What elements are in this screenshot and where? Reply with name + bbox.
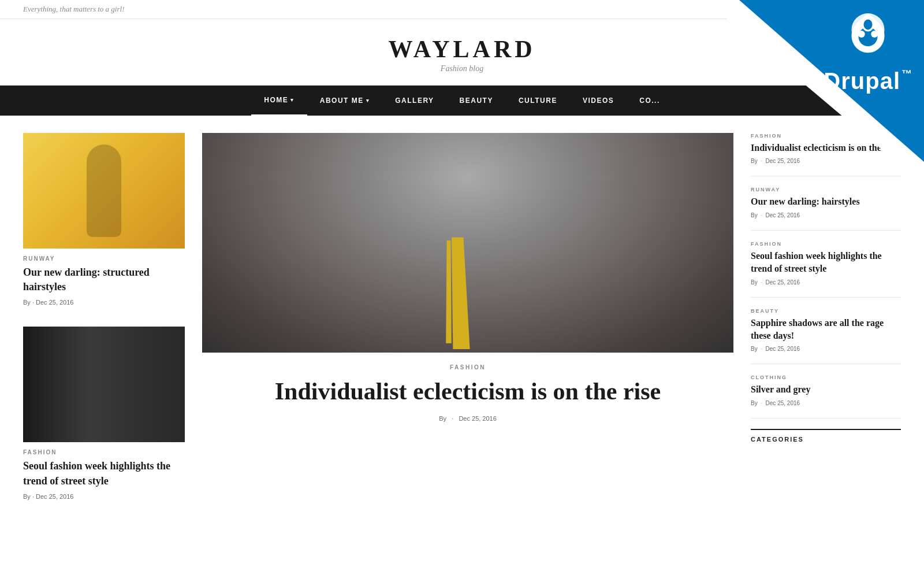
nav-about-me[interactable]: ABOUT ME ▾ xyxy=(307,86,383,116)
chevron-down-icon: ▾ xyxy=(290,97,295,103)
sidebar-title[interactable]: Our new darling: hairstyles xyxy=(751,195,901,208)
article-category: FASHION xyxy=(23,449,185,455)
site-subtitle: Fashion blog xyxy=(23,64,901,73)
sidebar-title[interactable]: Sapphire shadows are all the rage these … xyxy=(751,317,901,343)
site-header: WAYLARD Fashion blog xyxy=(0,19,924,86)
social-linkedin[interactable]: in xyxy=(869,5,874,14)
sidebar-title[interactable]: Silver and grey xyxy=(751,383,901,396)
sidebar-article-2: RUNWAY Our new darling: hairstyles By · … xyxy=(751,187,901,230)
article-image-girl xyxy=(23,133,185,249)
sidebar-title[interactable]: Individualist eclecticism is on the r... xyxy=(751,142,901,154)
social-icons: g+ f in 𝕋 𝒫 xyxy=(842,5,901,14)
social-pinterest[interactable]: 𝒫 xyxy=(896,5,901,14)
main-nav: HOME ▾ ABOUT ME ▾ GALLERY BEAUTY CULTURE… xyxy=(0,86,924,116)
article-image-men xyxy=(23,327,185,442)
sidebar-title[interactable]: Seoul fashion week highlights the trend … xyxy=(751,250,901,276)
left-article-1: RUNWAY Our new darling: structured hairs… xyxy=(23,133,185,306)
chevron-down-icon: ▾ xyxy=(366,98,370,103)
left-column: RUNWAY Our new darling: structured hairs… xyxy=(23,133,185,521)
article-category: RUNWAY xyxy=(23,255,185,262)
sidebar-category: CLOTHING xyxy=(751,375,901,380)
featured-meta: By · Dec 25, 2016 xyxy=(202,415,733,422)
nav-gallery[interactable]: GALLERY xyxy=(382,86,446,116)
article-title[interactable]: Our new darling: structured hairstyles xyxy=(23,265,185,294)
sidebar-meta: By · Dec 25, 2016 xyxy=(751,346,901,352)
featured-category: FASHION xyxy=(202,364,733,370)
article-title[interactable]: Seoul fashion week highlights the trend … xyxy=(23,459,185,488)
right-sidebar: FASHION Individualist eclecticism is on … xyxy=(751,133,901,521)
social-facebook[interactable]: f xyxy=(858,5,860,14)
nav-more[interactable]: CO... xyxy=(627,86,673,116)
sidebar-meta: By · Dec 25, 2016 xyxy=(751,400,901,406)
left-article-2: FASHION Seoul fashion week highlights th… xyxy=(23,327,185,499)
sidebar-article-5: CLOTHING Silver and grey By · Dec 25, 20… xyxy=(751,375,901,418)
nav-culture[interactable]: CULTURE xyxy=(506,86,570,116)
sidebar-article-1: FASHION Individualist eclecticism is on … xyxy=(751,133,901,176)
article-meta: By · Dec 25, 2016 xyxy=(23,493,185,500)
sidebar-article-3: FASHION Seoul fashion week highlights th… xyxy=(751,241,901,298)
featured-image xyxy=(202,133,733,353)
content-area: RUNWAY Our new darling: structured hairs… xyxy=(0,116,924,538)
sidebar-category: FASHION xyxy=(751,133,901,139)
social-googleplus[interactable]: g+ xyxy=(842,5,850,14)
featured-title[interactable]: Individualist eclecticism is on the rise xyxy=(202,376,733,407)
article-meta: By · Dec 25, 2016 xyxy=(23,299,185,306)
sidebar-meta: By · Dec 25, 2016 xyxy=(751,212,901,218)
sidebar-category: BEAUTY xyxy=(751,308,901,314)
nav-videos[interactable]: VIDEOS xyxy=(570,86,627,116)
nav-beauty[interactable]: BEAUTY xyxy=(447,86,506,116)
sidebar-article-4: BEAUTY Sapphire shadows are all the rage… xyxy=(751,308,901,365)
sidebar-meta: By · Dec 25, 2016 xyxy=(751,279,901,286)
nav-home[interactable]: HOME ▾ xyxy=(251,86,307,116)
top-bar: Everything, that matters to a girl! g+ f… xyxy=(0,0,924,19)
categories-heading: CATEGORIES xyxy=(751,429,901,443)
site-title: WAYLARD xyxy=(23,35,901,63)
sidebar-meta: By · Dec 25, 2016 xyxy=(751,158,901,164)
tagline: Everything, that matters to a girl! xyxy=(23,5,124,14)
social-twitter[interactable]: 𝕋 xyxy=(882,5,888,14)
sidebar-category: RUNWAY xyxy=(751,187,901,192)
sidebar-category: FASHION xyxy=(751,241,901,247)
center-column: FASHION Individualist eclecticism is on … xyxy=(202,133,733,521)
